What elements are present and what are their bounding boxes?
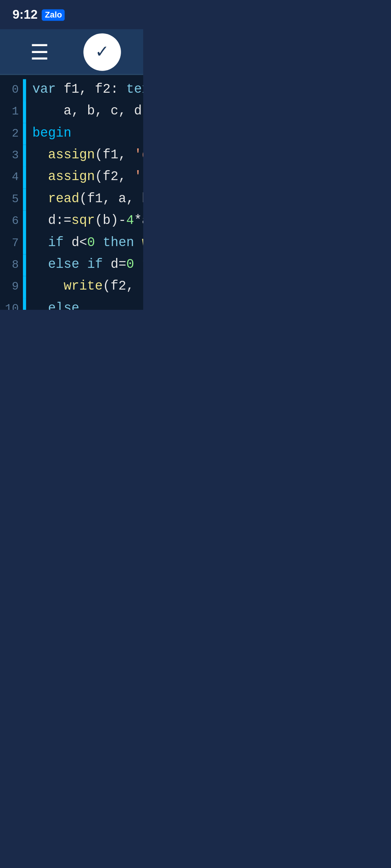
menu-icon: ☰ <box>30 39 49 64</box>
code-line-4: 4 assign(f2, 'kq.inp'); rewrite(f2); <box>0 167 143 188</box>
toolbar: ☰ ✓ ▶ 📁 ↩ ✏️ <box>0 29 143 75</box>
code-line-9: 9 write(f2, 'nghiem: ', -b/(2*a)) <box>0 276 143 298</box>
code-line-6: 6 d:=sqr(b)-4*a*c; <box>0 211 143 232</box>
code-line-7: 7 if d<0 then write(f2, 'vo nghiem') <box>0 232 143 254</box>
status-left: 9:12 Zalo <box>13 7 65 22</box>
code-line-5: 5 read(f1, a, b, c); <box>0 188 143 210</box>
status-bar: 9:12 Zalo 📶 📶 🔋 47% <box>0 0 143 29</box>
code-line-10: 10 else <box>0 298 143 310</box>
code-line-8: 8 else if d=0 then <box>0 254 143 276</box>
time: 9:12 <box>13 7 38 22</box>
code-line-0: 0 var f1, f2: text; <box>0 79 143 101</box>
code-editor[interactable]: 0 var f1, f2: text; 1 a, b, c, d: real; … <box>0 75 143 310</box>
code-line-2: 2 begin <box>0 123 143 145</box>
check-icon: ✓ <box>95 42 109 61</box>
code-line-1: 1 a, b, c, d: real; <box>0 101 143 123</box>
zalo-badge: Zalo <box>42 9 65 20</box>
check-button[interactable]: ✓ <box>83 33 121 70</box>
menu-button[interactable]: ☰ <box>21 33 58 70</box>
code-line-3: 3 assign(f1, 'dulieu.inp'); reset(f1); <box>0 145 143 167</box>
